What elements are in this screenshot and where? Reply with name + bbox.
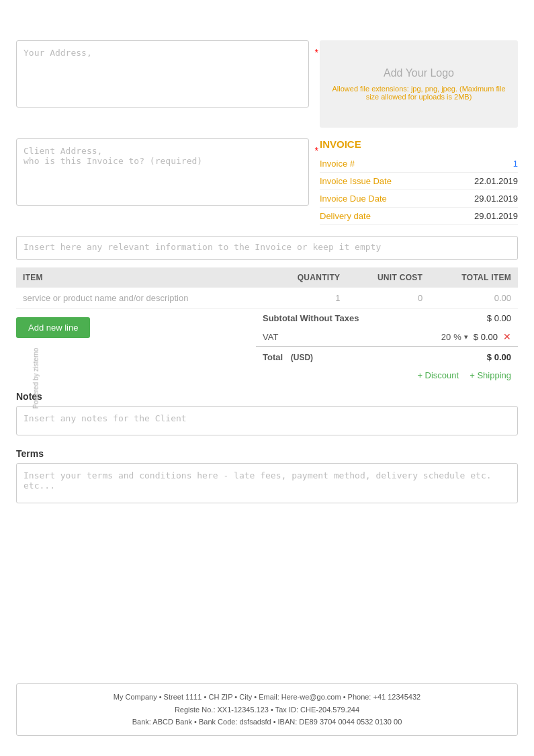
total-value: $ 0.00 [405, 347, 518, 367]
add-new-line-button[interactable]: Add new line [16, 317, 90, 338]
total-label: Total (USD) [256, 347, 405, 367]
vat-value: $ 0.00 [474, 332, 498, 342]
footer-line3: Bank: ABCD Bank • Bank Code: dsfsadsfd •… [28, 716, 506, 728]
invoice-detail-row: Invoice Issue Date22.01.2019 [320, 173, 518, 190]
vat-delete-button[interactable]: ✕ [503, 331, 511, 342]
from-address-input[interactable] [16, 40, 309, 108]
notes-label: Notes [16, 391, 518, 402]
vat-percentage: 20 [441, 332, 451, 342]
notes-input[interactable] [16, 406, 518, 435]
item-total-cell[interactable]: 0.00 [429, 288, 518, 309]
col-header-unit-cost: UNIT COST [347, 267, 429, 288]
invoice-row-key: Invoice # [320, 159, 355, 169]
vat-pct-symbol: % [453, 332, 461, 342]
vat-label: VAT [256, 327, 405, 347]
invoice-row-value[interactable]: 1 [513, 159, 518, 169]
col-header-qty: QUANTITY [268, 267, 347, 288]
powered-by-label: Powered by zisterno [32, 347, 40, 409]
invoice-row-value: 22.01.2019 [474, 176, 518, 186]
to-address-input[interactable] [16, 138, 309, 206]
subtotal-value: $ 0.00 [405, 309, 518, 327]
invoice-row-value: 29.01.2019 [474, 194, 518, 204]
invoice-detail-row: Delivery date29.01.2019 [320, 208, 518, 225]
add-discount-link[interactable]: + Discount [417, 370, 459, 380]
footer-line2: Registe No.: XX1-12345.123 • Tax ID: CHE… [28, 704, 506, 716]
invoice-detail-row: Invoice Due Date29.01.2019 [320, 190, 518, 208]
terms-input[interactable] [16, 463, 518, 503]
vat-dropdown-icon[interactable]: ▾ [464, 333, 468, 341]
totals-table: Subtotal Without Taxes $ 0.00 VAT 20 % ▾… [256, 309, 518, 366]
table-row[interactable]: service or product name and/or descripti… [16, 288, 518, 309]
from-address-required: * [315, 47, 318, 58]
invoice-row-key: Delivery date [320, 211, 371, 221]
invoice-row-value: 29.01.2019 [474, 211, 518, 221]
logo-upload-area[interactable]: Add Your Logo Allowed file extensions: j… [320, 40, 518, 128]
subtotal-label: Subtotal Without Taxes [256, 309, 405, 327]
add-shipping-link[interactable]: + Shipping [470, 370, 511, 380]
col-header-item: ITEM [16, 267, 268, 288]
total-currency: (USD) [291, 353, 313, 362]
invoice-row-key: Invoice Issue Date [320, 176, 392, 186]
item-qty-cell[interactable]: 1 [268, 288, 347, 309]
footer: My Company • Street 1111 • CH ZIP • City… [16, 683, 518, 736]
invoice-detail-row: Invoice #1 [320, 155, 518, 173]
item-name-cell[interactable]: service or product name and/or descripti… [16, 288, 268, 309]
item-unit-cost-cell[interactable]: 0 [347, 288, 429, 309]
invoice-row-key: Invoice Due Date [320, 194, 387, 204]
footer-line1: My Company • Street 1111 • CH ZIP • City… [28, 691, 506, 704]
logo-title: Add Your Logo [384, 67, 454, 79]
logo-note: Allowed file extensions: jpg, png, jpeg.… [320, 85, 518, 101]
invoice-label: INVOICE [320, 138, 518, 150]
to-address-required: * [315, 145, 318, 156]
terms-label: Terms [16, 448, 518, 459]
col-header-total: TOTAL ITEM [429, 267, 518, 288]
invoice-info-input[interactable] [16, 236, 518, 260]
items-table: ITEM QUANTITY UNIT COST TOTAL ITEM servi… [16, 267, 518, 309]
